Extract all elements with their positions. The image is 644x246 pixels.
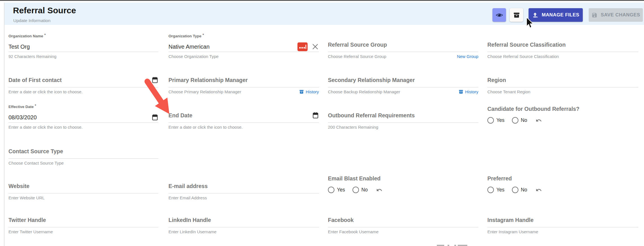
field-email-address: E-mail address Enter Email Address [168, 182, 319, 200]
field-referral-source-group: Referral Source Group Choose Referral So… [328, 41, 478, 59]
outbound-referral-requirements-helper: 200 Characters Remaining [328, 125, 378, 130]
secondary-manager-history-link[interactable]: History [459, 89, 478, 94]
candidate-for-outbound-referrals-label: Candidate for Outbound Referrals? [487, 106, 638, 113]
email-blast-no-radio[interactable] [352, 187, 359, 193]
referral-source-classification-label: Referral Source Classification [487, 42, 566, 48]
ellipsis-picker-icon[interactable] [297, 42, 308, 51]
preferred-no-radio[interactable] [512, 187, 518, 193]
email-address-helper: Enter Email Address [168, 195, 207, 200]
field-candidate-for-outbound-referrals: Candidate for Outbound Referrals? Yes No [487, 106, 638, 124]
history-box-icon [299, 89, 304, 94]
undo-icon[interactable] [536, 117, 542, 124]
linkedin-handle-input[interactable]: LinkedIn Handle [168, 216, 319, 224]
email-address-label: E-mail address [168, 183, 208, 189]
field-underline [168, 122, 319, 123]
field-secondary-relationship-manager: Secondary Relationship Manager Choose Ba… [328, 76, 478, 94]
email-blast-yes-label: Yes [337, 187, 345, 193]
referral-source-page: Referral Source Update Information [0, 0, 644, 246]
organization-name-input[interactable]: Test Org [8, 42, 158, 51]
candidate-yes-radio[interactable] [487, 117, 494, 124]
field-underline [328, 52, 478, 52]
field-primary-relationship-manager: Primary Relationship Manager Choose Prim… [168, 76, 319, 94]
field-region: Region Choose Tenant Region [487, 76, 638, 94]
contact-source-type-input[interactable]: Contact Source Type [8, 148, 158, 155]
field-preferred: Preferred Yes No [487, 175, 638, 193]
eye-icon [496, 11, 503, 19]
calendar-icon[interactable] [152, 76, 158, 84]
clipped-text-fragment [437, 245, 471, 246]
date-of-first-contact-label: Date of First contact [8, 77, 62, 83]
new-group-link[interactable]: New Group [457, 54, 478, 59]
contact-source-type-label: Contact Source Type [8, 148, 63, 155]
field-facebook: Facebook Enter Facebook Username [328, 216, 478, 234]
candidate-no-radio[interactable] [512, 117, 518, 124]
organization-name-value: Test Org [8, 44, 30, 50]
primary-relationship-manager-label: Primary Relationship Manager [168, 77, 248, 83]
card-left-border [4, 3, 5, 246]
history-box-icon [459, 89, 463, 94]
date-of-first-contact-helper: Enter a date or click the icon to choose… [8, 89, 83, 94]
field-organization-type: Organization Type * Native American [168, 34, 319, 59]
website-input[interactable]: Website [8, 182, 158, 190]
history-link-label: History [465, 89, 478, 94]
email-blast-yes-radio[interactable] [328, 187, 334, 193]
field-underline [168, 87, 319, 87]
outbound-referral-requirements-input[interactable]: Outbound Referral Requirements [328, 112, 478, 119]
archive-button[interactable] [510, 8, 523, 22]
field-underline [8, 193, 158, 193]
end-date-label: End Date [168, 112, 192, 119]
end-date-helper: Enter a date or click the icon to choose… [168, 125, 243, 130]
preferred-no-label: No [521, 187, 527, 193]
preferred-yes-radio[interactable] [487, 187, 494, 193]
field-underline [487, 227, 638, 227]
field-referral-source-classification: Referral Source Classification Choose Re… [487, 41, 638, 59]
candidate-no-label: No [521, 117, 527, 123]
secondary-relationship-manager-input[interactable]: Secondary Relationship Manager [328, 76, 478, 84]
field-outbound-referral-requirements: Outbound Referral Requirements 200 Chara… [328, 112, 478, 130]
email-blast-enabled-label: Email Blast Enabled [328, 175, 478, 183]
upload-icon [532, 12, 538, 18]
organization-type-helper: Choose Organization Type [168, 54, 218, 59]
effective-date-input[interactable]: 08/03/2020 [8, 113, 158, 122]
calendar-icon[interactable] [152, 114, 158, 121]
organization-type-label: Organization Type [168, 34, 201, 38]
undo-icon[interactable] [536, 187, 542, 193]
clear-icon[interactable] [312, 43, 319, 50]
instagram-handle-helper: Enter Instagram Username [487, 229, 538, 234]
end-date-input[interactable]: End Date [168, 112, 319, 119]
organization-name-helper: 92 Characters Remaining [8, 54, 56, 59]
preview-button[interactable] [492, 8, 506, 22]
facebook-helper: Enter Facebook Username [328, 229, 378, 234]
field-contact-source-type: Contact Source Type Choose Contact Sourc… [8, 148, 158, 165]
email-address-input[interactable]: E-mail address [168, 182, 319, 190]
instagram-handle-input[interactable]: Instagram Handle [487, 216, 638, 224]
organization-type-input[interactable]: Native American [168, 42, 319, 51]
twitter-handle-input[interactable]: Twitter Handle [8, 216, 158, 224]
outbound-referral-requirements-label: Outbound Referral Requirements [328, 112, 415, 119]
twitter-handle-helper: Enter Twitter Username [8, 229, 53, 234]
candidate-yes-label: Yes [496, 117, 505, 123]
facebook-input[interactable]: Facebook [328, 216, 478, 224]
linkedin-handle-helper: Enter LinkedIn Username [168, 229, 216, 234]
field-underline [8, 122, 158, 123]
region-helper: Choose Tenant Region [487, 89, 530, 94]
date-of-first-contact-input[interactable]: Date of First contact [8, 76, 158, 84]
primary-relationship-manager-input[interactable]: Primary Relationship Manager [168, 76, 319, 84]
calendar-icon[interactable] [312, 112, 319, 119]
region-input[interactable]: Region [487, 76, 638, 84]
page-header: Referral Source Update Information [5, 3, 644, 25]
field-underline [8, 158, 158, 159]
save-icon [592, 12, 597, 18]
effective-date-value: 08/03/2020 [8, 114, 37, 121]
save-changes-label: SAVE CHANGES [601, 12, 640, 18]
primary-manager-history-link[interactable]: History [299, 89, 319, 94]
save-changes-button[interactable]: SAVE CHANGES [589, 8, 643, 22]
referral-source-classification-input[interactable]: Referral Source Classification [487, 41, 638, 48]
organization-name-label: Organization Name [8, 34, 43, 38]
field-underline [8, 87, 158, 87]
referral-source-group-input[interactable]: Referral Source Group [328, 41, 478, 48]
manage-files-button[interactable]: MANAGE FILES [529, 8, 583, 22]
undo-icon[interactable] [376, 187, 382, 193]
field-effective-date: Effective Date * 08/03/2020 Enter a date… [8, 105, 158, 130]
field-twitter-handle: Twitter Handle Enter Twitter Username [8, 216, 158, 234]
